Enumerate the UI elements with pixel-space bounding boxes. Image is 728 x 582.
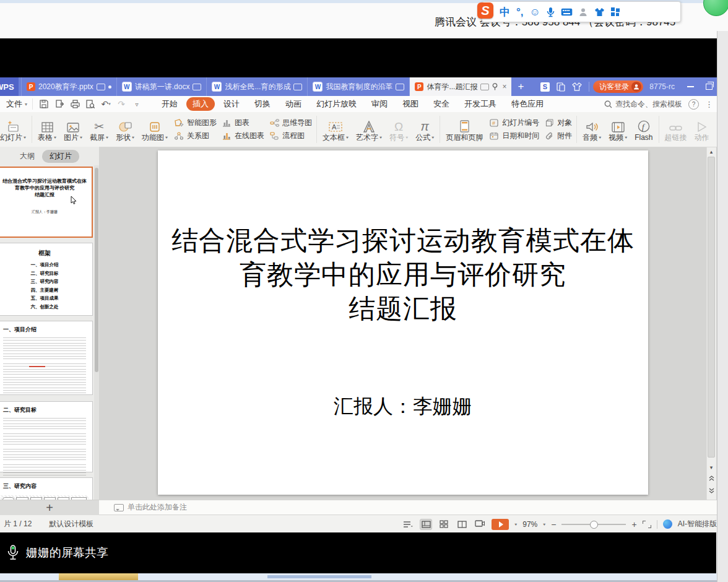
slideshow-play-button[interactable]: [492, 519, 509, 530]
menu-transitions[interactable]: 切换: [248, 97, 277, 111]
handwriting-icon[interactable]: [579, 7, 588, 17]
menu-devtools[interactable]: 开发工具: [458, 97, 503, 111]
zoom-options-caret[interactable]: ▾: [543, 522, 545, 526]
menu-home[interactable]: 开始: [155, 97, 184, 111]
ribbon-attachment-button[interactable]: 附件: [544, 131, 572, 142]
ribbon-mindmap-button[interactable]: 思维导图: [269, 118, 312, 129]
fit-slide-button[interactable]: [643, 521, 651, 528]
restore-button[interactable]: [700, 77, 718, 96]
reading-view-button[interactable]: [456, 519, 468, 530]
play-options-caret[interactable]: ▾: [514, 522, 517, 526]
play-settings-icon[interactable]: [474, 519, 486, 530]
ribbon-hyperlink-button[interactable]: 超链接: [661, 114, 691, 145]
menu-grid-icon[interactable]: [611, 7, 620, 17]
file-menu[interactable]: 文件 ▾: [0, 98, 33, 110]
menu-special-features[interactable]: 特色应用: [505, 97, 550, 111]
zoom-slider-thumb[interactable]: [590, 521, 598, 529]
ribbon-equation-button[interactable]: π 公式▾: [412, 114, 438, 145]
keyboard-icon[interactable]: [561, 8, 573, 16]
slide-thumbnail-3[interactable]: 一、项目介绍: [0, 321, 93, 395]
ai-layout-icon[interactable]: [663, 519, 672, 529]
ribbon-audio-button[interactable]: 音频▾: [579, 114, 605, 145]
previous-slide-button[interactable]: [707, 474, 716, 483]
slide-title[interactable]: 结合混合式学习探讨运动教育模式在体 育教学中的应用与评价研究 结题汇报: [158, 224, 648, 326]
add-slide-button[interactable]: +: [0, 500, 99, 515]
collapse-ribbon-icon[interactable]: ▿: [132, 99, 142, 109]
ribbon-datetime-button[interactable]: 日期和时间: [489, 131, 539, 142]
menu-view[interactable]: 视图: [396, 97, 425, 111]
undo-icon[interactable]: ↶▾: [101, 99, 111, 109]
ribbon-table-button[interactable]: 表格▾: [34, 114, 60, 145]
vertical-scrollbar[interactable]: ▴ ▾: [706, 147, 716, 500]
ribbon-flash-button[interactable]: f Flash: [631, 114, 656, 145]
docer-icon[interactable]: S: [537, 77, 553, 96]
wps-home-button[interactable]: WPS: [0, 77, 19, 96]
skin-icon[interactable]: [594, 7, 605, 17]
ribbon-shapes-button[interactable]: 形状▾: [112, 114, 138, 145]
zoom-slider[interactable]: [561, 524, 626, 525]
save-icon[interactable]: [39, 99, 49, 109]
more-options-icon[interactable]: ⋮: [705, 100, 713, 109]
guest-login-button[interactable]: 访客登录: [593, 80, 643, 93]
menu-security[interactable]: 安全: [427, 97, 456, 111]
outline-tab[interactable]: 大纲: [20, 151, 35, 162]
print-icon[interactable]: [70, 99, 80, 109]
minimize-button[interactable]: [681, 77, 700, 96]
slide-sorter-view-button[interactable]: [438, 519, 450, 530]
zoom-in-button[interactable]: +: [631, 520, 636, 529]
ribbon-new-slide-button[interactable]: 幻灯片▾: [0, 114, 30, 145]
tab-jiaoyu-zhidu[interactable]: W 我国教育制度的沿革: [308, 77, 410, 96]
scroll-up-button[interactable]: ▴: [707, 147, 716, 156]
ribbon-chart-button[interactable]: 图表: [222, 118, 264, 129]
tab-tiyuxue-active[interactable]: P 体育学...题汇报 ×: [410, 77, 511, 96]
normal-view-button[interactable]: [420, 519, 432, 530]
ribbon-picture-button[interactable]: 图片▾: [60, 114, 86, 145]
ribbon-relation-button[interactable]: 关系图: [174, 131, 217, 142]
menu-insert[interactable]: 插入: [186, 97, 215, 111]
zoom-level[interactable]: 97%: [522, 520, 537, 529]
ribbon-symbol-button[interactable]: Ω 符号▾: [386, 114, 412, 145]
ribbon-funcdiag-button[interactable]: 功能图▾: [138, 114, 171, 145]
ribbon-smartart-button[interactable]: 智能图形: [174, 118, 217, 129]
slide-thumbnail-4[interactable]: 二、研究目标: [0, 401, 93, 472]
tab-2020-jiaoyuxue[interactable]: P 2020教育学.pptx: [21, 77, 117, 96]
emoji-icon[interactable]: ☺: [530, 7, 540, 17]
ai-layout-label[interactable]: AI-智能排版: [678, 519, 717, 529]
ribbon-wordart-button[interactable]: 艺术字▾: [352, 114, 386, 145]
ribbon-online-chart-button[interactable]: 在线图表: [222, 131, 264, 142]
tab-qianxi-quanmin[interactable]: W 浅析全民...育的形成: [207, 77, 308, 96]
ribbon-object-button[interactable]: 对象: [544, 118, 572, 129]
tab-jianggao[interactable]: W 讲稿第一讲.docx: [117, 77, 207, 96]
notes-bar[interactable]: 单击此处添加备注: [99, 500, 717, 515]
ribbon-slide-number-button[interactable]: # 幻灯片编号: [489, 118, 539, 129]
slides-tab[interactable]: 幻灯片: [42, 150, 79, 163]
zoom-out-button[interactable]: −: [551, 520, 556, 529]
slide-presenter[interactable]: 汇报人：李姗姗: [158, 393, 648, 420]
mic-icon[interactable]: [547, 7, 555, 17]
ribbon-video-button[interactable]: 视频▾: [605, 114, 631, 145]
close-tab-icon[interactable]: ×: [502, 82, 506, 91]
document-share-icon[interactable]: [553, 77, 569, 96]
menu-animations[interactable]: 动画: [279, 97, 308, 111]
ribbon-header-footer-button[interactable]: 页眉和页脚: [442, 114, 487, 145]
ime-punctuation-toggle[interactable]: °,: [516, 7, 524, 17]
slide-thumbnail-5[interactable]: 三、研究内容: [0, 477, 93, 500]
print-preview-icon[interactable]: [85, 99, 95, 109]
menu-review[interactable]: 审阅: [365, 97, 394, 111]
next-slide-button[interactable]: [707, 486, 716, 495]
slide-canvas[interactable]: 结合混合式学习探讨运动教育模式在体 育教学中的应用与评价研究 结题汇报 汇报人：…: [158, 150, 648, 495]
pin-icon[interactable]: [492, 83, 498, 90]
skin-theme-icon[interactable]: [569, 77, 585, 96]
slide-thumbnail-1[interactable]: 结合混合式学习探讨运动教育模式在体 育教学中的应用与评价研究 结题汇报 汇报人：…: [0, 167, 93, 238]
menu-design[interactable]: 设计: [217, 97, 246, 111]
sogou-logo-icon[interactable]: S: [477, 2, 493, 19]
redo-icon[interactable]: ↷: [116, 99, 126, 109]
menu-slideshow[interactable]: 幻灯片放映: [310, 97, 363, 111]
ribbon-screenshot-button[interactable]: ✂ 截屏▾: [86, 114, 112, 145]
ribbon-flowchart-button[interactable]: 流程图: [269, 131, 312, 142]
ime-lang-toggle[interactable]: 中: [500, 7, 510, 17]
notes-toggle-icon[interactable]: [402, 519, 414, 530]
ribbon-action-button[interactable]: 动作: [691, 114, 713, 145]
command-search[interactable]: 查找命令、搜索模板: [604, 99, 682, 110]
design-template-label[interactable]: 默认设计模板: [49, 519, 93, 529]
